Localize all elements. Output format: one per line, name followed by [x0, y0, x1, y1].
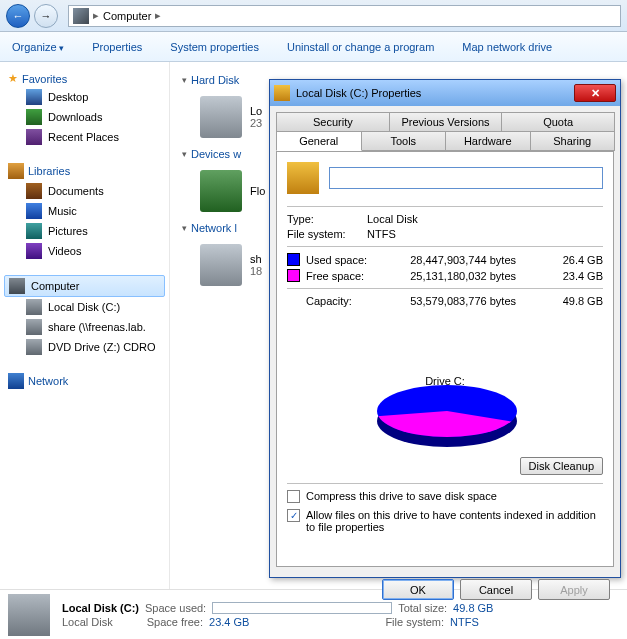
volume-label-input[interactable] — [329, 167, 603, 189]
map-drive-button[interactable]: Map network drive — [462, 41, 552, 53]
floppy-icon — [200, 170, 242, 212]
tab-security[interactable]: Security — [276, 112, 390, 132]
network-drive-icon — [200, 244, 242, 286]
properties-button[interactable]: Properties — [92, 41, 142, 53]
breadcrumb[interactable]: ▸ Computer ▸ — [68, 5, 621, 27]
sidebar-network-header[interactable]: Network — [4, 371, 165, 391]
tab-panel-general: Type:Local Disk File system:NTFS Used sp… — [276, 151, 614, 567]
breadcrumb-item[interactable]: Computer — [103, 10, 151, 22]
sidebar-computer-header[interactable]: Computer — [4, 275, 165, 297]
disk-icon — [26, 299, 42, 315]
sidebar-item-dvd[interactable]: DVD Drive (Z:) CDRO — [4, 337, 165, 357]
sidebar-libraries-header[interactable]: Libraries — [4, 161, 165, 181]
tab-previous-versions[interactable]: Previous Versions — [389, 112, 503, 132]
tab-sharing[interactable]: Sharing — [530, 131, 616, 151]
tab-tools[interactable]: Tools — [361, 131, 447, 151]
tab-quota[interactable]: Quota — [501, 112, 615, 132]
libraries-icon — [8, 163, 24, 179]
drive-icon — [287, 162, 319, 194]
chevron-right-icon: ▸ — [155, 9, 161, 22]
sidebar-item-videos[interactable]: Videos — [4, 241, 165, 261]
sidebar-item-documents[interactable]: Documents — [4, 181, 165, 201]
nav-bar: ← → ▸ Computer ▸ — [0, 0, 627, 32]
sidebar-item-recent[interactable]: Recent Places — [4, 127, 165, 147]
sidebar-favorites-header[interactable]: ★Favorites — [4, 70, 165, 87]
recent-icon — [26, 129, 42, 145]
system-properties-button[interactable]: System properties — [170, 41, 259, 53]
network-drive-icon — [26, 319, 42, 335]
close-button[interactable]: ✕ — [574, 84, 616, 102]
ok-button[interactable]: OK — [382, 579, 454, 600]
sidebar-item-pictures[interactable]: Pictures — [4, 221, 165, 241]
used-legend-icon — [287, 253, 300, 266]
sidebar-item-downloads[interactable]: Downloads — [4, 107, 165, 127]
free-legend-icon — [287, 269, 300, 282]
index-checkbox[interactable]: ✓ — [287, 509, 300, 522]
organize-menu[interactable]: Organize — [12, 41, 64, 53]
dialog-titlebar[interactable]: Local Disk (C:) Properties ✕ — [270, 80, 620, 106]
network-icon — [8, 373, 24, 389]
videos-icon — [26, 243, 42, 259]
hdd-icon — [200, 96, 242, 138]
back-button[interactable]: ← — [6, 4, 30, 28]
music-icon — [26, 203, 42, 219]
status-title: Local Disk (C:) — [62, 602, 139, 614]
pictures-icon — [26, 223, 42, 239]
toolbar: Organize Properties System properties Un… — [0, 32, 627, 62]
computer-icon — [73, 8, 89, 24]
sidebar-item-desktop[interactable]: Desktop — [4, 87, 165, 107]
downloads-icon — [26, 109, 42, 125]
apply-button[interactable]: Apply — [538, 579, 610, 600]
compress-checkbox[interactable] — [287, 490, 300, 503]
desktop-icon — [26, 89, 42, 105]
sidebar-item-local-disk[interactable]: Local Disk (C:) — [4, 297, 165, 317]
uninstall-button[interactable]: Uninstall or change a program — [287, 41, 434, 53]
drive-icon — [274, 85, 290, 101]
disk-icon — [8, 594, 50, 636]
documents-icon — [26, 183, 42, 199]
dialog-title: Local Disk (C:) Properties — [296, 87, 421, 99]
sidebar: ★Favorites Desktop Downloads Recent Plac… — [0, 62, 170, 589]
tab-hardware[interactable]: Hardware — [445, 131, 531, 151]
tab-general[interactable]: General — [276, 131, 362, 151]
disk-cleanup-button[interactable]: Disk Cleanup — [520, 457, 603, 475]
forward-button[interactable]: → — [34, 4, 58, 28]
computer-icon — [9, 278, 25, 294]
cancel-button[interactable]: Cancel — [460, 579, 532, 600]
star-icon: ★ — [8, 72, 18, 85]
properties-dialog: Local Disk (C:) Properties ✕ Security Pr… — [269, 79, 621, 578]
chevron-right-icon: ▸ — [93, 9, 99, 22]
sidebar-item-share[interactable]: share (\\freenas.lab. — [4, 317, 165, 337]
usage-pie-chart — [377, 385, 517, 437]
sidebar-item-music[interactable]: Music — [4, 201, 165, 221]
dvd-icon — [26, 339, 42, 355]
